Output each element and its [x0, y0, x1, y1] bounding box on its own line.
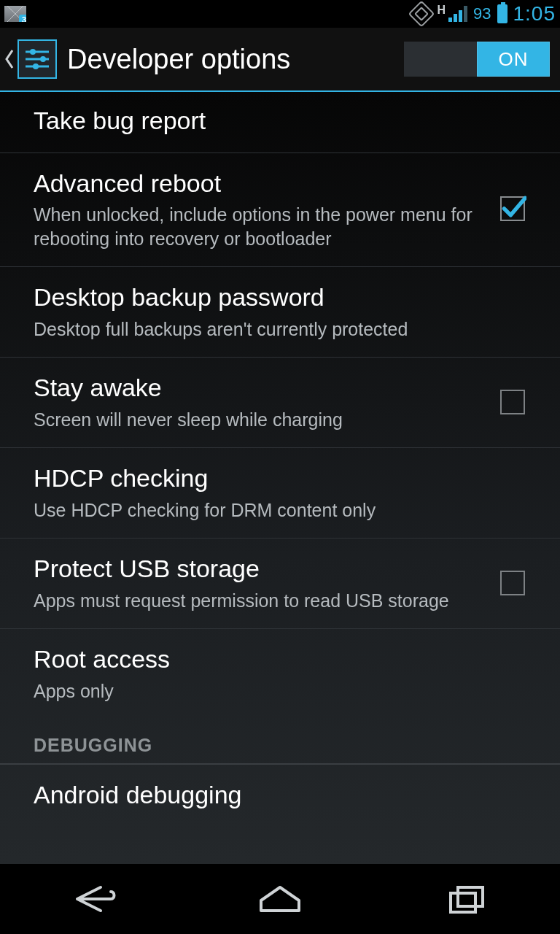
- toggle-on-label: ON: [477, 42, 550, 77]
- item-desktop-backup-password[interactable]: Desktop backup password Desktop full bac…: [0, 267, 560, 358]
- settings-list[interactable]: Take bug report Advanced reboot When unl…: [0, 92, 560, 864]
- status-bar: 3 H 93 1:05: [0, 0, 560, 28]
- nav-back-button[interactable]: [50, 877, 137, 921]
- section-header-debugging: DEBUGGING: [0, 719, 560, 765]
- battery-percentage: 93: [473, 4, 491, 23]
- item-advanced-reboot[interactable]: Advanced reboot When unlocked, include o…: [0, 153, 560, 268]
- checkbox-stay-awake[interactable]: [500, 390, 525, 414]
- back-icon[interactable]: [4, 49, 15, 69]
- item-title: Take bug report: [34, 105, 540, 136]
- master-toggle[interactable]: ON: [404, 42, 550, 77]
- item-stay-awake[interactable]: Stay awake Screen will never sleep while…: [0, 358, 560, 448]
- gmail-notification-icon: 3: [4, 6, 26, 22]
- svg-rect-6: [451, 893, 475, 912]
- signal-icon: [448, 6, 467, 22]
- battery-icon: [497, 4, 508, 23]
- item-subtitle: Desktop full backups aren't currently pr…: [34, 317, 540, 341]
- checkbox-protect-usb[interactable]: [500, 571, 525, 595]
- item-subtitle: When unlocked, include options in the po…: [34, 203, 486, 250]
- item-subtitle: Apps must request permission to read USB…: [34, 589, 486, 613]
- item-title: Desktop backup password: [34, 282, 540, 313]
- item-subtitle: Apps only: [34, 679, 540, 703]
- item-title: Stay awake: [34, 372, 486, 404]
- svg-rect-7: [458, 887, 483, 906]
- item-take-bug-report[interactable]: Take bug report: [0, 92, 560, 153]
- svg-point-5: [33, 63, 39, 69]
- item-subtitle: Use HDCP checking for DRM content only: [34, 498, 540, 522]
- svg-point-3: [40, 56, 46, 62]
- status-clock: 1:05: [513, 2, 556, 26]
- settings-sliders-icon[interactable]: [18, 39, 57, 79]
- item-title: Advanced reboot: [34, 168, 486, 199]
- item-subtitle: Screen will never sleep while charging: [34, 408, 486, 432]
- action-bar: Developer options ON: [0, 28, 560, 92]
- rotation-lock-icon: [408, 1, 435, 28]
- item-title: HDCP checking: [34, 463, 540, 494]
- item-title: Root access: [34, 644, 540, 675]
- item-title: Protect USB storage: [34, 553, 486, 584]
- system-nav-bar: [0, 864, 560, 934]
- checkbox-advanced-reboot[interactable]: [500, 196, 525, 221]
- item-android-debugging[interactable]: Android debugging: [0, 765, 560, 814]
- network-type-icon: H: [437, 4, 446, 17]
- nav-recents-button[interactable]: [423, 877, 510, 921]
- gmail-badge: 3: [19, 15, 29, 25]
- page-title: Developer options: [67, 44, 404, 75]
- item-hdcp-checking[interactable]: HDCP checking Use HDCP checking for DRM …: [0, 448, 560, 539]
- item-root-access[interactable]: Root access Apps only: [0, 629, 560, 719]
- item-title: Android debugging: [34, 779, 540, 811]
- nav-home-button[interactable]: [236, 877, 324, 921]
- svg-point-1: [30, 49, 36, 55]
- item-protect-usb-storage[interactable]: Protect USB storage Apps must request pe…: [0, 539, 560, 629]
